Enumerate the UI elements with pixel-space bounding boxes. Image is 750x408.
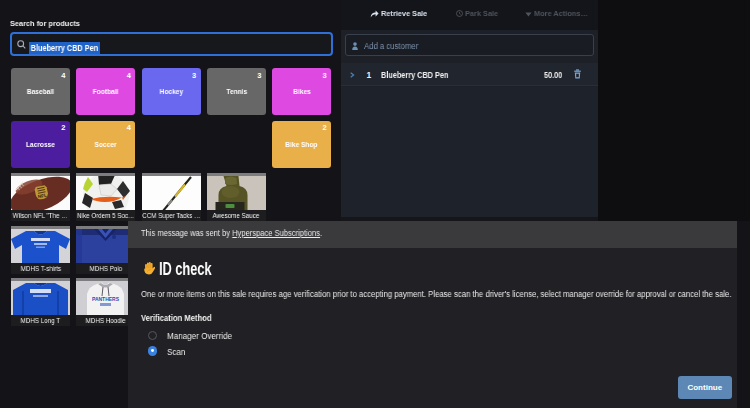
svg-text:PANTHERS: PANTHERS bbox=[92, 296, 120, 302]
